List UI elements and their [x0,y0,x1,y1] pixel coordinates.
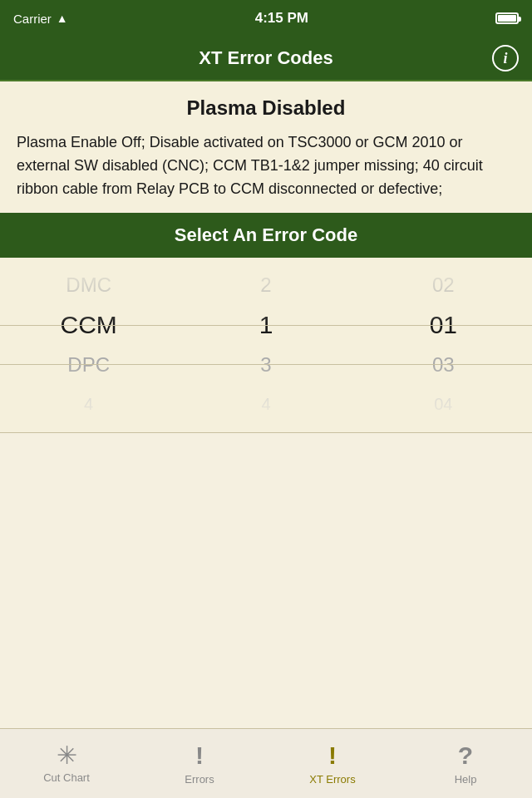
picker-item-selected: 01 [355,305,532,345]
status-bar: Carrier ▲ 4:15 PM [0,0,532,37]
errors-label: Errors [185,773,214,786]
help-icon: ? [458,741,473,770]
picker-column-module[interactable]: DMC CCM DPC 4 [0,258,177,432]
navigation-bar: XT Error Codes i [0,37,532,81]
picker-item-selected: 1 [177,305,354,345]
battery-indicator [495,12,519,24]
picker-columns: DMC CCM DPC 4 2 1 3 4 02 01 03 04 [0,258,532,432]
tab-help[interactable]: ? Help [399,729,532,798]
picker-item: 4 [177,385,354,425]
error-title-section: Plasma Disabled Plasma Enable Off; Disab… [0,81,532,213]
xt-errors-icon: ! [328,741,337,770]
carrier-info: Carrier ▲ [13,12,68,26]
picker-column-number[interactable]: 2 1 3 4 [177,258,354,432]
picker-item-selected: CCM [0,305,177,345]
picker-item: 03 [355,345,532,385]
picker-item: 04 [355,385,532,425]
picker-item: DPC [0,345,177,385]
picker-item: DMC [0,265,177,305]
picker-item: 4 [0,385,177,425]
battery-icon [495,12,519,24]
carrier-label: Carrier [13,12,52,26]
tab-cut-chart[interactable]: ✳ Cut Chart [0,729,133,798]
time-display: 4:15 PM [255,10,308,27]
page-title: XT Error Codes [199,47,332,69]
tab-bar: ✳ Cut Chart ! Errors ! XT Errors ? Help [0,728,532,798]
picker-item: 3 [177,345,354,385]
picker-item: 02 [355,265,532,305]
error-title: Plasma Disabled [17,96,515,120]
help-label: Help [455,773,477,786]
error-code-picker[interactable]: DMC CCM DPC 4 2 1 3 4 02 01 03 04 [0,258,532,432]
errors-icon: ! [195,741,204,770]
xt-errors-label: XT Errors [309,773,355,786]
wifi-icon: ▲ [57,12,68,25]
main-content: Plasma Disabled Plasma Enable Off; Disab… [0,81,532,433]
cut-chart-icon: ✳ [57,743,77,768]
info-button[interactable]: i [492,45,519,71]
section-header: Select An Error Code [0,213,532,258]
picker-item: 2 [177,265,354,305]
picker-divider [0,432,532,433]
cut-chart-label: Cut Chart [43,771,90,784]
section-header-text: Select An Error Code [175,224,357,245]
tab-xt-errors[interactable]: ! XT Errors [266,729,399,798]
picker-column-code[interactable]: 02 01 03 04 [355,258,532,432]
error-description: Plasma Enable Off; Disable activated on … [17,131,515,201]
tab-errors[interactable]: ! Errors [133,729,266,798]
